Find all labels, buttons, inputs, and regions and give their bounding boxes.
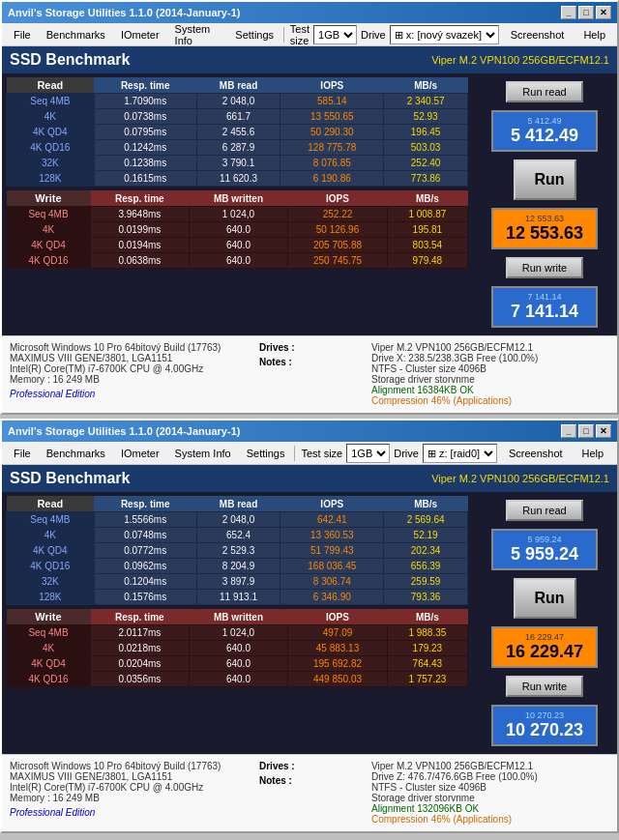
- table-row: 32K0.1204ms3 897.98 306.74259.59: [7, 574, 468, 590]
- write-col-header-4: MB/s: [387, 190, 467, 207]
- table-row: Seq 4MB1.7090ms2 048,0585.142 340.57: [7, 94, 468, 109]
- read-cell-3-3: 168 036.45: [280, 559, 384, 574]
- score-total-box: 16 229.47 16 229.47: [491, 626, 598, 668]
- read-col-header-3: IOPS: [280, 77, 384, 94]
- info-right-line: NTFS - Cluster size 4096B: [371, 782, 609, 793]
- write-col-header-0: Write: [7, 190, 91, 207]
- run-read-button[interactable]: Run read: [506, 81, 583, 102]
- read-cell-5-3: 6 346.90: [280, 590, 384, 605]
- write-cell-1-2: 640.0: [189, 222, 288, 238]
- write-cell-1-3: 50 126.96: [288, 222, 388, 238]
- menu-item-settings[interactable]: Settings: [239, 446, 293, 461]
- help-button[interactable]: Help: [575, 27, 613, 43]
- window-1: Anvil's Storage Utilities 1.1.0 (2014-Ja…: [0, 419, 619, 833]
- write-cell-2-1: 0.0194ms: [91, 238, 190, 253]
- write-cell-2-1: 0.0204ms: [91, 656, 190, 672]
- run-write-button[interactable]: Run write: [506, 676, 583, 697]
- write-cell-0-3: 497.09: [288, 625, 388, 641]
- close-button[interactable]: ✕: [596, 6, 611, 19]
- menu-item-file[interactable]: File: [6, 27, 39, 43]
- maximize-button[interactable]: □: [578, 6, 594, 19]
- run-read-button[interactable]: Run read: [506, 500, 583, 521]
- info-right-line: Compression 46% (Applications): [371, 814, 609, 825]
- info-line: MAXIMUS VIII GENE/3801, LGA1151: [10, 771, 248, 782]
- minimize-button[interactable]: _: [561, 424, 576, 438]
- screenshot-button[interactable]: Screenshot: [503, 27, 573, 43]
- write-cell-0-4: 1 988.35: [387, 625, 467, 641]
- test-size-select[interactable]: 1GB: [346, 444, 390, 463]
- info-area: Microsoft Windows 10 Pro 64bitový Build …: [2, 754, 617, 831]
- read-cell-1-1: 0.0738ms: [94, 109, 196, 125]
- score-read-label: 5 959.24: [501, 535, 588, 544]
- read-col-header-0: Read: [7, 496, 95, 512]
- read-cell-1-4: 52.93: [384, 109, 468, 125]
- ssd-header: SSD Benchmark Viper M.2 VPN100 256GB/ECF…: [2, 46, 617, 73]
- table-row: 128K0.1615ms11 620.36 190.86773.86: [7, 171, 468, 187]
- table-row: 4K QD160.0356ms640.0449 850.031 757.23: [7, 672, 468, 687]
- info-line: Intel(R) Core(TM) i7-6700K CPU @ 4.00GHz: [10, 782, 248, 793]
- read-cell-4-2: 3 790.1: [196, 156, 280, 171]
- write-cell-1-4: 195.81: [387, 222, 467, 238]
- run-button[interactable]: Run: [514, 578, 576, 619]
- drives-label: Drives :: [259, 342, 360, 353]
- menu-item-benchmarks[interactable]: Benchmarks: [39, 446, 113, 461]
- table-row: 4K QD160.1242ms6 287.9128 775.78503.03: [7, 140, 468, 156]
- screenshot-button[interactable]: Screenshot: [501, 446, 571, 461]
- menu-item-iometer[interactable]: IOmeter: [113, 446, 167, 461]
- menu-item-file[interactable]: File: [6, 446, 39, 461]
- info-right-line: Storage driver storvnme: [371, 374, 609, 385]
- pro-edition-label: Professional Edition: [10, 389, 248, 399]
- write-cell-1-0: 4K: [7, 641, 91, 656]
- drive-select[interactable]: ⊞ x: [nový svazek]: [390, 25, 499, 44]
- read-cell-4-3: 8 076.85: [280, 156, 384, 171]
- write-cell-1-0: 4K: [7, 222, 91, 238]
- menu-item-system info[interactable]: System Info: [167, 446, 239, 461]
- read-col-header-3: IOPS: [280, 496, 384, 512]
- read-cell-0-2: 2 048,0: [196, 512, 280, 528]
- write-cell-3-3: 250 745.75: [288, 253, 388, 269]
- write-cell-0-2: 1 024,0: [189, 625, 288, 641]
- read-cell-2-1: 0.0795ms: [94, 125, 196, 140]
- table-row: 4K QD40.0772ms2 529.351 799.43202.34: [7, 543, 468, 559]
- menu-item-benchmarks[interactable]: Benchmarks: [39, 27, 113, 43]
- write-col-header-0: Write: [7, 609, 91, 625]
- read-cell-4-2: 3 897.9: [196, 574, 280, 590]
- ssd-title: SSD Benchmark: [10, 470, 131, 487]
- menu-item-system info[interactable]: System Info: [167, 21, 228, 48]
- close-button[interactable]: ✕: [596, 424, 611, 438]
- help-button[interactable]: Help: [575, 446, 612, 461]
- score-write-box: 10 270.23 10 270.23: [491, 705, 598, 746]
- write-cell-3-4: 979.48: [387, 253, 467, 269]
- read-cell-1-3: 13 550.65: [280, 109, 384, 125]
- read-col-header-4: MB/s: [384, 496, 468, 512]
- score-total-value: 16 229.47: [501, 642, 588, 662]
- read-cell-5-0: 128K: [7, 590, 95, 605]
- maximize-button[interactable]: □: [578, 424, 594, 438]
- menu-item-settings[interactable]: Settings: [227, 27, 281, 43]
- read-col-header-4: MB/s: [384, 77, 468, 94]
- write-cell-0-0: Seq 4MB: [7, 207, 91, 222]
- run-write-button[interactable]: Run write: [506, 257, 583, 278]
- read-cell-1-2: 661.7: [196, 109, 280, 125]
- write-col-header-3: IOPS: [288, 190, 388, 207]
- read-cell-4-4: 252.40: [384, 156, 468, 171]
- test-size-select[interactable]: 1GB: [313, 25, 357, 44]
- info-line: Microsoft Windows 10 Pro 64bitový Build …: [10, 761, 248, 771]
- table-row: 4K QD40.0194ms640.0205 705.88803.54: [7, 238, 468, 253]
- read-cell-5-0: 128K: [7, 171, 95, 187]
- info-right-line: Alignment 132096KB OK: [371, 803, 609, 814]
- drive-select[interactable]: ⊞ z: [raid0]: [423, 444, 497, 463]
- read-col-header-1: Resp. time: [94, 496, 196, 512]
- read-cell-2-2: 2 529.3: [196, 543, 280, 559]
- write-cell-2-3: 205 705.88: [288, 238, 388, 253]
- run-button[interactable]: Run: [514, 159, 576, 200]
- write-cell-2-4: 764.43: [387, 656, 467, 672]
- menu-item-iometer[interactable]: IOmeter: [113, 27, 167, 43]
- minimize-button[interactable]: _: [561, 6, 576, 19]
- info-right-line: Drive Z: 476.7/476.6GB Free (100.0%): [371, 771, 609, 782]
- window-0: Anvil's Storage Utilities 1.1.0 (2014-Ja…: [0, 0, 619, 415]
- read-cell-2-4: 202.34: [384, 543, 468, 559]
- read-col-header-0: Read: [7, 77, 95, 94]
- ssd-subtitle: Viper M.2 VPN100 256GB/ECFM12.1: [431, 54, 609, 66]
- info-left: Microsoft Windows 10 Pro 64bitový Build …: [6, 340, 251, 409]
